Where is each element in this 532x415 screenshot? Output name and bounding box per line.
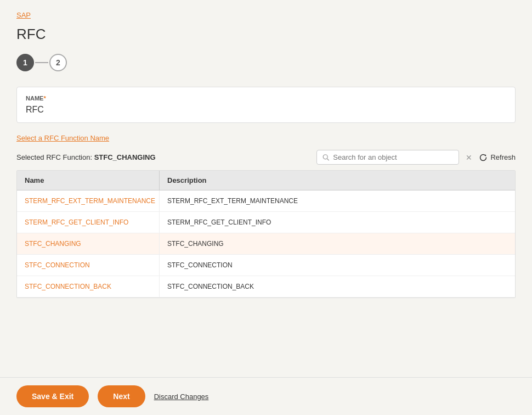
name-field-section: NAME*: [16, 87, 516, 123]
table-body: STERM_RFC_EXT_TERM_MAINTENANCESTERM_RFC_…: [17, 190, 515, 298]
table-row[interactable]: STFC_CONNECTION_BACKSTFC_CONNECTION_BACK: [17, 276, 515, 298]
select-rfc-label[interactable]: Select a RFC Function Name: [16, 134, 516, 142]
save-exit-button[interactable]: Save & Exit: [16, 385, 89, 407]
row-description: STFC_CHANGING: [160, 233, 515, 254]
clear-search-button[interactable]: ✕: [463, 153, 474, 162]
page-title: RFC: [16, 26, 516, 43]
step-connector: [35, 62, 48, 63]
search-input[interactable]: [333, 153, 453, 161]
row-name: STFC_CHANGING: [17, 233, 160, 254]
svg-line-1: [327, 159, 329, 160]
row-description: STFC_CONNECTION: [160, 255, 515, 276]
row-name: STERM_RFC_GET_CLIENT_INFO: [17, 212, 160, 233]
name-input[interactable]: [26, 105, 506, 115]
search-icon: [322, 154, 330, 161]
row-description: STFC_CONNECTION_BACK: [160, 276, 515, 297]
breadcrumb[interactable]: SAP: [16, 11, 516, 19]
next-button[interactable]: Next: [98, 385, 145, 407]
table-row[interactable]: STERM_RFC_GET_CLIENT_INFOSTERM_RFC_GET_C…: [17, 212, 515, 233]
rfc-table: Name Description STERM_RFC_EXT_TERM_MAIN…: [16, 170, 516, 298]
steps-container: 1 2: [16, 54, 516, 71]
step-2[interactable]: 2: [49, 54, 67, 71]
row-name: STFC_CONNECTION: [17, 255, 160, 276]
row-description: STERM_RFC_EXT_TERM_MAINTENANCE: [160, 190, 515, 211]
rfc-toolbar: Selected RFC Function: STFC_CHANGING ✕ R…: [16, 150, 516, 165]
table-header: Name Description: [17, 171, 515, 190]
search-box: [316, 150, 459, 165]
footer-bar: Save & Exit Next Discard Changes: [0, 377, 532, 415]
discard-button[interactable]: Discard Changes: [154, 392, 209, 401]
name-label: NAME*: [26, 95, 506, 102]
svg-point-0: [324, 154, 328, 159]
row-name: STERM_RFC_EXT_TERM_MAINTENANCE: [17, 190, 160, 211]
table-row[interactable]: STFC_CONNECTIONSTFC_CONNECTION: [17, 255, 515, 276]
row-name: STFC_CONNECTION_BACK: [17, 276, 160, 297]
table-row[interactable]: STERM_RFC_EXT_TERM_MAINTENANCESTERM_RFC_…: [17, 190, 515, 212]
refresh-button[interactable]: Refresh: [479, 153, 516, 162]
col-header-description: Description: [160, 171, 515, 190]
table-row[interactable]: STFC_CHANGINGSTFC_CHANGING: [17, 233, 515, 255]
search-area: ✕ Refresh: [316, 150, 516, 165]
col-header-name: Name: [17, 171, 160, 190]
selected-rfc-text: Selected RFC Function: STFC_CHANGING: [16, 153, 156, 161]
row-description: STERM_RFC_GET_CLIENT_INFO: [160, 212, 515, 233]
refresh-icon: [479, 153, 488, 162]
step-1[interactable]: 1: [16, 54, 34, 71]
